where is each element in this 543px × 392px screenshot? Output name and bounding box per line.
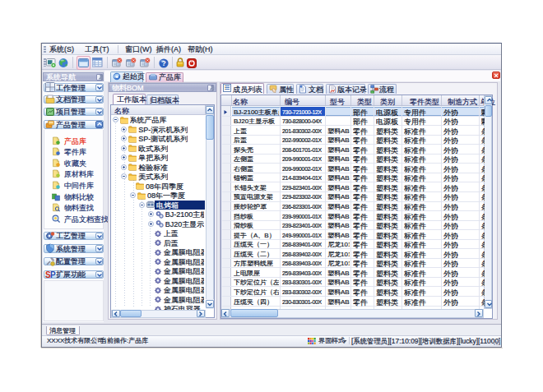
svg-text:?: ? — [161, 59, 165, 67]
svg-text:P: P — [50, 270, 56, 279]
